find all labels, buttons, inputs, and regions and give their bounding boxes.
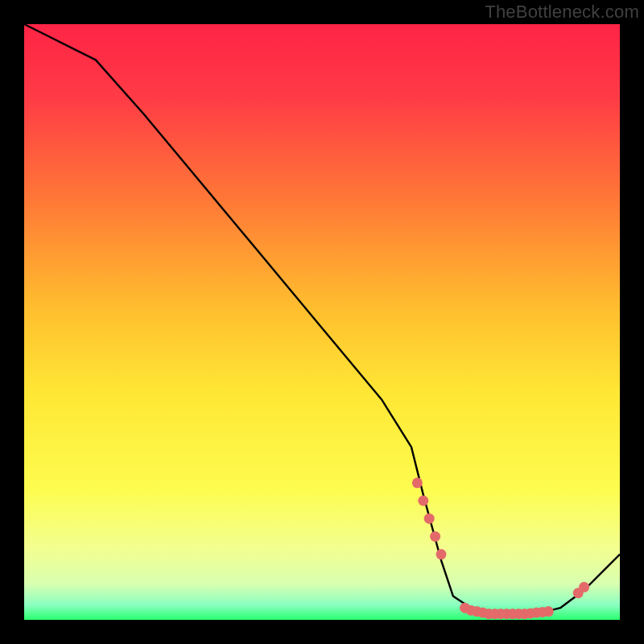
highlight-dot bbox=[543, 606, 554, 617]
bottleneck-curve bbox=[24, 24, 620, 614]
highlight-dot bbox=[424, 514, 435, 524]
highlight-dot bbox=[579, 582, 589, 592]
chart-svg bbox=[24, 24, 620, 620]
watermark-text: TheBottleneck.com bbox=[485, 2, 639, 23]
bottleneck-curve-path bbox=[24, 24, 620, 614]
highlight-dot bbox=[430, 531, 440, 542]
highlight-dot bbox=[418, 496, 428, 506]
chart-container: TheBottleneck.com bbox=[0, 0, 644, 644]
highlight-dot bbox=[436, 549, 447, 559]
plot-area bbox=[24, 24, 620, 620]
highlight-dot bbox=[412, 477, 423, 488]
